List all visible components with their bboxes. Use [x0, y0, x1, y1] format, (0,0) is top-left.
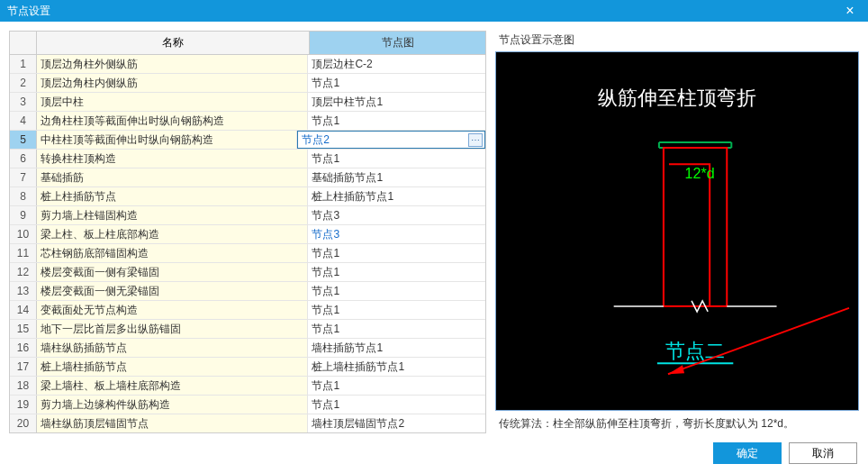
row-name-cell[interactable]: 地下一层比首层多出纵筋锚固 — [37, 320, 308, 338]
row-diagram-value: 基础插筋节点1 — [312, 170, 383, 186]
table-row[interactable]: 13楼层变截面一侧无梁锚固节点1 — [10, 282, 485, 301]
svg-marker-9 — [668, 365, 684, 374]
row-diagram-cell[interactable]: 节点1 — [308, 150, 485, 168]
row-diagram-cell[interactable]: 节点3 — [308, 225, 485, 243]
table-row[interactable]: 3顶层中柱顶层中柱节点1 — [10, 93, 485, 112]
cell-more-button[interactable]: ⋯ — [468, 133, 483, 147]
row-number: 14 — [10, 301, 37, 319]
dimension-label: 12*d — [685, 165, 715, 181]
row-diagram-value: 桩上柱插筋节点1 — [312, 189, 393, 205]
diagram-svg: 纵筋伸至柱顶弯折 12*d 节点二 — [496, 52, 858, 410]
row-diagram-value: 节点1 — [312, 378, 339, 394]
close-button[interactable]: × — [832, 0, 868, 22]
row-name-cell[interactable]: 桩上柱插筋节点 — [37, 187, 308, 205]
row-diagram-cell[interactable]: 节点1 — [308, 244, 485, 262]
table-row[interactable]: 2顶层边角柱内侧纵筋节点1 — [10, 74, 485, 93]
diagram-note: 传统算法：柱全部纵筋伸至柱顶弯折，弯折长度默认为 12*d。 — [495, 411, 859, 433]
table-row[interactable]: 9剪力墙上柱锚固构造节点3 — [10, 206, 485, 225]
row-diagram-cell[interactable]: 节点1 — [308, 263, 485, 281]
col-diagram-header[interactable]: 节点图 — [310, 32, 485, 54]
row-diagram-cell[interactable]: 顶层边柱C-2 — [308, 55, 485, 73]
row-name-cell[interactable]: 中柱柱顶等截面伸出时纵向钢筋构造 — [37, 131, 297, 149]
row-name-cell[interactable]: 梁上墙柱、板上墙柱底部构造 — [37, 377, 308, 395]
table-body[interactable]: 1顶层边角柱外侧纵筋顶层边柱C-22顶层边角柱内侧纵筋节点13顶层中柱顶层中柱节… — [10, 55, 485, 432]
row-diagram-cell[interactable]: 节点1 — [308, 301, 485, 319]
row-name-cell[interactable]: 剪力墙上边缘构件纵筋构造 — [37, 396, 308, 414]
table-row[interactable]: 8桩上柱插筋节点桩上柱插筋节点1 — [10, 187, 485, 206]
table-row[interactable]: 17桩上墙柱插筋节点桩上墙柱插筋节点1 — [10, 358, 485, 377]
row-name-cell[interactable]: 基础插筋 — [37, 168, 308, 186]
row-name-cell[interactable]: 墙柱纵筋插筋节点 — [37, 339, 308, 357]
content-area: 名称 节点图 1顶层边角柱外侧纵筋顶层边柱C-22顶层边角柱内侧纵筋节点13顶层… — [0, 22, 868, 433]
row-diagram-value: 节点1 — [312, 397, 339, 413]
row-number: 4 — [10, 112, 37, 130]
node-table: 名称 节点图 1顶层边角柱外侧纵筋顶层边柱C-22顶层边角柱内侧纵筋节点13顶层… — [9, 31, 486, 433]
table-row[interactable]: 19剪力墙上边缘构件纵筋构造节点1 — [10, 396, 485, 414]
row-diagram-cell[interactable]: 节点3 — [308, 206, 485, 224]
table-row[interactable]: 12楼层变截面一侧有梁锚固节点1 — [10, 263, 485, 282]
row-name-cell[interactable]: 顶层边角柱外侧纵筋 — [37, 55, 308, 73]
row-name-cell[interactable]: 楼层变截面一侧无梁锚固 — [37, 282, 308, 300]
table-header: 名称 节点图 — [10, 32, 485, 55]
table-row[interactable]: 5中柱柱顶等截面伸出时纵向钢筋构造节点2⋯ — [10, 131, 485, 150]
row-diagram-cell[interactable]: 节点1 — [308, 377, 485, 395]
row-name-cell[interactable]: 芯柱钢筋底部锚固构造 — [37, 244, 308, 262]
row-diagram-cell[interactable]: 基础插筋节点1 — [308, 168, 485, 186]
close-icon: × — [845, 3, 854, 19]
table-row[interactable]: 16墙柱纵筋插筋节点墙柱插筋节点1 — [10, 339, 485, 358]
row-diagram-cell[interactable]: 桩上墙柱插筋节点1 — [308, 358, 485, 376]
table-row[interactable]: 4边角柱柱顶等截面伸出时纵向钢筋构造节点1 — [10, 112, 485, 131]
row-name-cell[interactable]: 梁上柱、板上柱底部构造 — [37, 225, 308, 243]
window-titlebar: 节点设置 × — [0, 0, 868, 22]
row-diagram-cell[interactable]: 节点1 — [308, 396, 485, 414]
diagram-canvas: 纵筋伸至柱顶弯折 12*d 节点二 — [495, 51, 859, 411]
diagram-title: 纵筋伸至柱顶弯折 — [598, 86, 756, 109]
row-name-cell[interactable]: 墙柱纵筋顶层锚固节点 — [37, 414, 308, 432]
table-row[interactable]: 10梁上柱、板上柱底部构造节点3 — [10, 225, 485, 244]
row-number: 6 — [10, 150, 37, 168]
row-diagram-value: 节点1 — [312, 246, 339, 261]
table-row[interactable]: 14变截面处无节点构造节点1 — [10, 301, 485, 320]
row-diagram-cell[interactable]: 节点1 — [308, 320, 485, 338]
row-diagram-cell[interactable]: 墙柱顶层锚固节点2 — [308, 414, 485, 432]
row-name-cell[interactable]: 顶层中柱 — [37, 93, 308, 111]
row-number: 5 — [10, 131, 37, 149]
row-number: 7 — [10, 168, 37, 186]
row-name-cell[interactable]: 变截面处无节点构造 — [37, 301, 308, 319]
row-diagram-value: 节点3 — [312, 227, 339, 242]
table-row[interactable]: 15地下一层比首层多出纵筋锚固节点1 — [10, 320, 485, 339]
row-name-cell[interactable]: 顶层边角柱内侧纵筋 — [37, 74, 308, 92]
row-diagram-cell[interactable]: 节点2⋯ — [297, 131, 485, 149]
col-name-header[interactable]: 名称 — [37, 32, 310, 54]
row-diagram-value: 顶层边柱C-2 — [312, 57, 372, 72]
table-row[interactable]: 18梁上墙柱、板上墙柱底部构造节点1 — [10, 377, 485, 396]
row-name-cell[interactable]: 边角柱柱顶等截面伸出时纵向钢筋构造 — [37, 112, 308, 130]
table-row[interactable]: 7基础插筋基础插筋节点1 — [10, 168, 485, 187]
table-row[interactable]: 6转换柱柱顶构造节点1 — [10, 150, 485, 168]
row-number: 12 — [10, 263, 37, 281]
row-name-cell[interactable]: 转换柱柱顶构造 — [37, 150, 308, 168]
cancel-button[interactable]: 取消 — [789, 442, 857, 464]
row-number: 19 — [10, 396, 37, 414]
row-name-cell[interactable]: 楼层变截面一侧有梁锚固 — [37, 263, 308, 281]
row-number: 13 — [10, 282, 37, 300]
row-number: 3 — [10, 93, 37, 111]
table-row[interactable]: 1顶层边角柱外侧纵筋顶层边柱C-2 — [10, 55, 485, 74]
table-row[interactable]: 11芯柱钢筋底部锚固构造节点1 — [10, 244, 485, 263]
row-diagram-cell[interactable]: 节点1 — [308, 282, 485, 300]
row-diagram-cell[interactable]: 墙柱插筋节点1 — [308, 339, 485, 357]
row-diagram-value: 节点1 — [312, 284, 339, 299]
row-diagram-cell[interactable]: 节点1 — [308, 74, 485, 92]
row-name-cell[interactable]: 桩上墙柱插筋节点 — [37, 358, 308, 376]
row-number: 9 — [10, 206, 37, 224]
row-diagram-cell[interactable]: 桩上柱插筋节点1 — [308, 187, 485, 205]
row-number: 20 — [10, 414, 37, 432]
row-number: 17 — [10, 358, 37, 376]
diagram-panel: 节点设置示意图 纵筋伸至柱顶弯折 12*d — [495, 31, 859, 433]
ok-button[interactable]: 确定 — [713, 442, 782, 464]
row-diagram-cell[interactable]: 顶层中柱节点1 — [308, 93, 485, 111]
row-number-header — [10, 32, 37, 54]
row-name-cell[interactable]: 剪力墙上柱锚固构造 — [37, 206, 308, 224]
row-diagram-cell[interactable]: 节点1 — [308, 112, 485, 130]
table-row[interactable]: 20墙柱纵筋顶层锚固节点墙柱顶层锚固节点2 — [10, 414, 485, 432]
